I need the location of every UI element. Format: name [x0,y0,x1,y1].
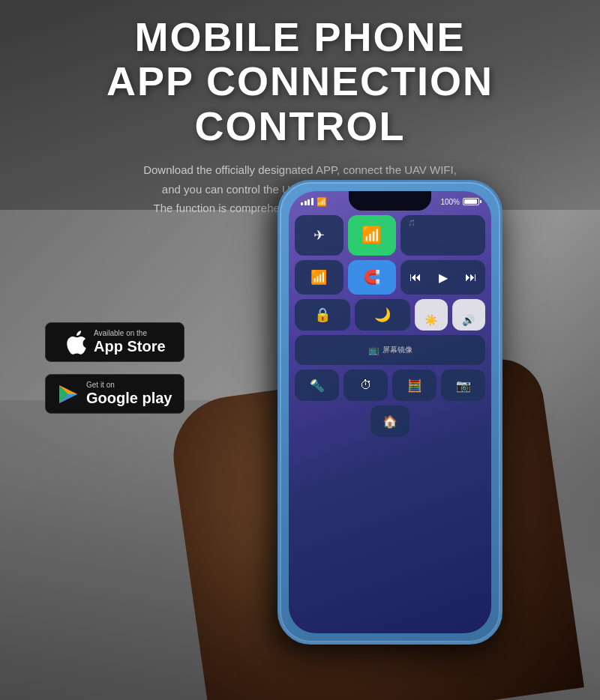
home-control-btn[interactable]: 🏠 [370,405,410,437]
screen-mirror-btn[interactable]: 📺 屏幕镜像 [295,335,485,365]
cc-row-3: 📺 屏幕镜像 [295,335,485,365]
app-badges: Available on the App Store Get it on Goo… [45,322,184,414]
next-btn[interactable]: ⏭ [465,271,477,284]
do-not-disturb-btn[interactable]: 🌙 [355,299,410,331]
title-line1: MOBILE PHONE [134,14,465,59]
signal-bar-4 [311,198,314,205]
battery-icon [463,198,479,205]
signal-area: 📶 [301,197,327,207]
brightness-slider[interactable]: ☀️ [415,299,448,331]
airplane-mode-btn[interactable]: ✈ [295,215,344,256]
battery-text: 100% [440,198,460,206]
main-title: MOBILE PHONE APP CONNECTION CONTROL [30,15,570,148]
prev-btn[interactable]: ⏮ [410,271,422,284]
media-controls: ⏮ ▶ ⏭ [400,260,485,295]
google-play-main-label: Google play [86,389,172,407]
signal-bars [301,198,314,205]
cc-row-1: ✈ 📶 📶 🧲 [295,215,485,295]
google-play-badge[interactable]: Get it on Google play [45,374,184,414]
google-play-icon [58,384,79,405]
app-store-main-label: App Store [94,337,166,355]
phone-screen: 📶 100% [289,191,491,633]
timer-btn[interactable]: ⏱ [344,369,388,401]
control-center: ✈ 📶 📶 🧲 [295,215,485,627]
main-content: MOBILE PHONE APP CONNECTION CONTROL Down… [0,0,600,700]
google-play-text-group: Get it on Google play [86,381,172,407]
play-btn[interactable]: ▶ [439,271,448,285]
apple-logo-icon [65,331,86,354]
rotation-lock-btn[interactable]: 🔒 [295,299,350,331]
signal-bar-3 [308,199,310,205]
phone-notch [349,191,431,211]
media-label: 🎵 [408,220,478,226]
phone-mockup: 📶 100% [278,180,518,660]
battery-fill [464,199,477,204]
app-store-top-label: Available on the [94,329,166,337]
screen-mirror-label: 屏幕镜像 [382,345,412,355]
flashlight-btn[interactable]: 🔦 [295,369,339,401]
phone-outer-body: 📶 100% [278,180,502,645]
cc-icon-row: 🔦 ⏱ 🧮 📷 [295,369,485,401]
camera-btn[interactable]: 📷 [441,369,485,401]
calculator-btn[interactable]: 🧮 [392,369,436,401]
signal-bar-1 [301,202,303,205]
battery-area: 100% [440,198,479,206]
google-play-top-label: Get it on [86,381,172,389]
wifi-btn[interactable]: 📶 [295,260,344,295]
wifi-icon: 📶 [316,197,327,207]
title-line2: APP CONNECTION CONTROL [106,58,494,148]
app-store-badge[interactable]: Available on the App Store [45,322,184,362]
cc-row-2: 🔒 🌙 ☀️ 🔊 [295,299,485,331]
signal-bar-2 [304,201,307,205]
wifi-toggle-btn[interactable]: 📶 [348,215,397,256]
bluetooth-btn[interactable]: 🧲 [348,260,397,295]
app-store-text-group: Available on the App Store [94,329,166,355]
cc-row-home: 🏠 [295,405,485,437]
background: MOBILE PHONE APP CONNECTION CONTROL Down… [0,0,600,700]
volume-slider[interactable]: 🔊 [452,299,485,331]
